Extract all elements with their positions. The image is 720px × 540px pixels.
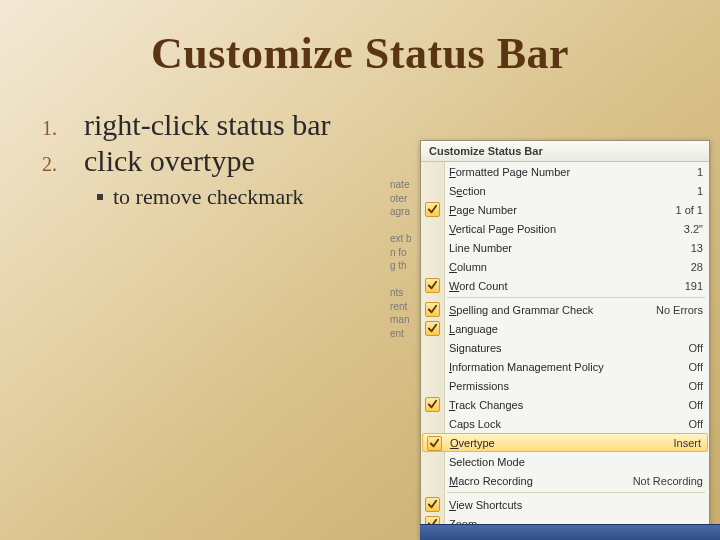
step-1: 1. right-click status bar (42, 108, 402, 142)
menu-item-label: Formatted Page Number (449, 166, 691, 178)
checkmark-icon (425, 278, 440, 293)
content-block: 1. right-click status bar 2. click overt… (42, 108, 402, 210)
menu-item-column[interactable]: Column28 (421, 257, 709, 276)
slide-title: Customize Status Bar (0, 0, 720, 79)
menu-item-value: Insert (667, 437, 701, 449)
menu-item-label: Macro Recording (449, 475, 627, 487)
step-text: right-click status bar (84, 108, 331, 142)
menu-item-signatures[interactable]: SignaturesOff (421, 338, 709, 357)
menu-item-track-changes[interactable]: Track ChangesOff (421, 395, 709, 414)
taskbar-fragment (420, 524, 720, 540)
menu-item-label: Selection Mode (449, 456, 697, 468)
menu-item-permissions[interactable]: PermissionsOff (421, 376, 709, 395)
checkmark-icon (425, 321, 440, 336)
menu-item-value: Off (683, 361, 703, 373)
customize-status-bar-menu[interactable]: Customize Status Bar Formatted Page Numb… (420, 140, 710, 540)
menu-item-word-count[interactable]: Word Count191 (421, 276, 709, 295)
menu-item-label: Line Number (449, 242, 685, 254)
menu-item-label: Spelling and Grammar Check (449, 304, 650, 316)
menu-item-value: 1 (691, 166, 703, 178)
menu-item-selection-mode[interactable]: Selection Mode (421, 452, 709, 471)
screenshot-region: nate oter agra ext b n fo g th nts rent … (420, 140, 720, 540)
menu-item-value: Off (683, 418, 703, 430)
menu-item-label: Page Number (449, 204, 669, 216)
menu-item-value: 1 (691, 185, 703, 197)
menu-item-label: Word Count (449, 280, 679, 292)
menu-body: Formatted Page Number1Section1Page Numbe… (421, 162, 709, 540)
step-number: 2. (42, 153, 84, 176)
step-2: 2. click overtype (42, 144, 402, 178)
menu-item-label: Caps Lock (449, 418, 683, 430)
menu-item-label: Signatures (449, 342, 683, 354)
menu-item-value: 191 (679, 280, 703, 292)
menu-separator (447, 492, 705, 493)
menu-item-label: Information Management Policy (449, 361, 683, 373)
bullet-icon (97, 194, 103, 200)
menu-item-value: Not Recording (627, 475, 703, 487)
sub-bullet-text: to remove checkmark (113, 184, 304, 210)
menu-header: Customize Status Bar (421, 141, 709, 162)
menu-item-label: View Shortcuts (449, 499, 697, 511)
menu-item-label: Language (449, 323, 697, 335)
menu-item-value: 28 (685, 261, 703, 273)
menu-item-spelling-and-grammar-check[interactable]: Spelling and Grammar CheckNo Errors (421, 300, 709, 319)
checkmark-icon (425, 497, 440, 512)
checkmark-icon (425, 397, 440, 412)
menu-item-language[interactable]: Language (421, 319, 709, 338)
menu-item-section[interactable]: Section1 (421, 181, 709, 200)
menu-item-value: No Errors (650, 304, 703, 316)
menu-item-label: Permissions (449, 380, 683, 392)
menu-item-label: Overtype (450, 437, 667, 449)
menu-item-information-management-policy[interactable]: Information Management PolicyOff (421, 357, 709, 376)
menu-item-label: Section (449, 185, 691, 197)
menu-item-value: Off (683, 380, 703, 392)
menu-item-label: Vertical Page Position (449, 223, 678, 235)
menu-separator (447, 297, 705, 298)
menu-item-value: 1 of 1 (669, 204, 703, 216)
checkmark-icon (425, 302, 440, 317)
menu-item-label: Track Changes (449, 399, 683, 411)
menu-item-vertical-page-position[interactable]: Vertical Page Position3.2" (421, 219, 709, 238)
menu-item-macro-recording[interactable]: Macro RecordingNot Recording (421, 471, 709, 490)
menu-item-value: 13 (685, 242, 703, 254)
menu-item-label: Column (449, 261, 685, 273)
step-text: click overtype (84, 144, 255, 178)
menu-item-overtype[interactable]: OvertypeInsert (422, 433, 708, 452)
checkmark-icon (427, 436, 442, 451)
menu-item-value: Off (683, 399, 703, 411)
sub-bullet: to remove checkmark (97, 184, 402, 210)
menu-item-value: 3.2" (678, 223, 703, 235)
step-number: 1. (42, 117, 84, 140)
menu-item-page-number[interactable]: Page Number1 of 1 (421, 200, 709, 219)
menu-item-view-shortcuts[interactable]: View Shortcuts (421, 495, 709, 514)
checkmark-icon (425, 202, 440, 217)
menu-item-line-number[interactable]: Line Number13 (421, 238, 709, 257)
menu-item-formatted-page-number[interactable]: Formatted Page Number1 (421, 162, 709, 181)
menu-item-caps-lock[interactable]: Caps LockOff (421, 414, 709, 433)
menu-item-value: Off (683, 342, 703, 354)
